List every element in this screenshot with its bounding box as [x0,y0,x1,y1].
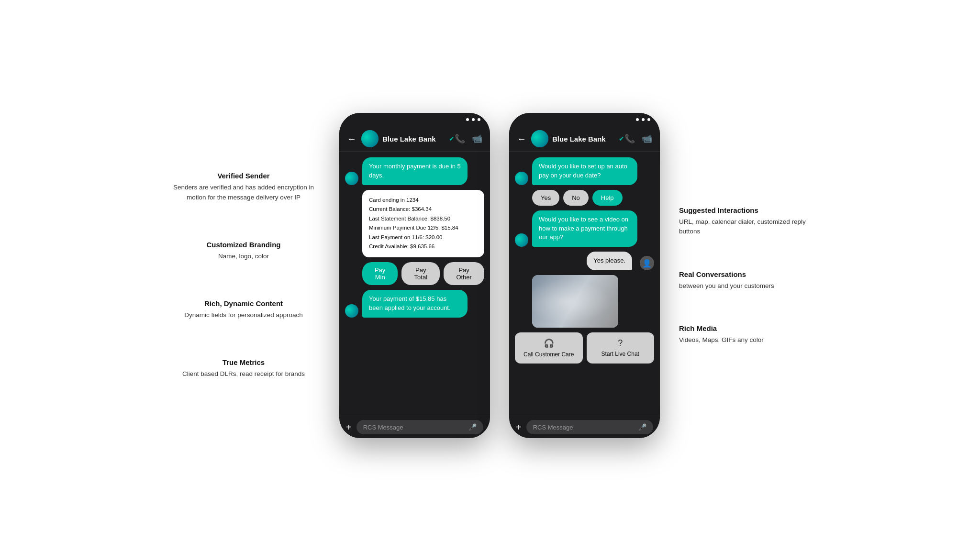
action-buttons-row: Pay Min Pay Total Pay Other [362,262,484,285]
bubble-user: Yes please. [587,252,632,270]
call-customer-care-button[interactable]: 🎧 Call Customer Care [515,332,583,364]
card-info-bubble: Card ending in 1234 Current Balance: $36… [362,190,484,257]
phone-right-status-bar [509,113,660,126]
card-line-2: Current Balance: $364.34 [369,205,478,214]
avatar-img-left [361,130,379,147]
question-icon: ? [618,338,623,348]
verified-badge-right: ✔ [619,135,624,143]
annotation-suggested-interactions-desc: URL, map, calendar dialer, customized re… [679,217,813,237]
right-annotations: Suggested Interactions URL, map, calenda… [679,206,813,345]
status-dot-2 [472,118,475,121]
status-dot-1 [466,118,469,121]
phone-icon-right[interactable]: 📞 [624,133,635,144]
sug-no-button[interactable]: No [563,190,589,206]
phone-right-header: ← Blue Lake Bank ✔ 📞 📹 [509,126,660,152]
phone-left-status-bar [339,113,490,126]
annotation-suggested-interactions-title: Suggested Interactions [679,206,813,214]
annotation-verified-sender-desc: Senders are verified and has added encry… [167,183,320,202]
msg-row-bot-1: Your monthly payment is due in 5 days. [345,157,484,185]
bubble-right-bot-1: Would you like to set up an auto pay on … [532,157,637,185]
annotation-true-metrics-desc: Client based DLRs, read receipt for bran… [167,369,320,379]
annotation-rich-dynamic-desc: Dynamic fields for personalized approach [167,310,320,320]
annotation-true-metrics-title: True Metrics [167,358,320,366]
avatar-img-right [531,130,548,147]
user-icon: 👤 [640,256,654,270]
bubble-bot-1: Your monthly payment is due in 5 days. [362,157,468,185]
phone-icon-left[interactable]: 📞 [455,133,465,144]
back-arrow-right[interactable]: ← [517,133,526,144]
header-avatar-left [361,130,379,147]
pay-min-button[interactable]: Pay Min [362,262,398,285]
annotation-rich-media-title: Rich Media [679,324,813,332]
card-line-1: Card ending in 1234 [369,196,478,205]
verified-badge-left: ✔ [449,135,455,143]
annotation-rich-dynamic: Rich, Dynamic Content Dynamic fields for… [167,299,320,320]
annotation-real-conversations-desc: between you and your customers [679,281,813,291]
annotation-customized-branding: Customized Branding Name, logo, color [167,241,320,261]
input-placeholder-right: RCS Message [533,424,573,431]
pay-other-button[interactable]: Pay Other [444,262,484,285]
card-line-5: Last Payment on 11/6: $20.00 [369,233,478,242]
bot-avatar-2 [345,304,358,318]
card-line-4: Minimum Payment Due 12/5: $15.84 [369,223,478,233]
video-icon-right[interactable]: 📹 [642,133,652,144]
play-button[interactable]: ▶ [567,293,584,310]
phones-container: ← Blue Lake Bank ✔ 📞 📹 Your monthly paym… [339,113,660,438]
headset-icon: 🎧 [544,338,554,349]
annotation-rich-dynamic-title: Rich, Dynamic Content [167,299,320,308]
input-plus-left[interactable]: + [346,422,352,433]
sug-yes-button[interactable]: Yes [532,190,559,206]
card-line-6: Credit Available: $9,635.66 [369,242,478,252]
annotation-suggested-interactions: Suggested Interactions URL, map, calenda… [679,206,813,237]
header-name-left: Blue Lake Bank [382,135,447,143]
card-line-3: Last Statement Balance: $838.50 [369,214,478,224]
annotation-rich-media-desc: Videos, Maps, GIFs any color [679,335,813,345]
msg-row-bot-2: Your payment of $15.85 has been applied … [345,290,484,318]
header-icons-right: 📞 📹 [624,133,652,144]
phone-right-input-bar: + RCS Message 🎤 [509,416,660,438]
input-field-left[interactable]: RCS Message 🎤 [356,420,483,434]
start-live-chat-label: Start Live Chat [601,351,639,357]
phone-left-header: ← Blue Lake Bank ✔ 📞 📹 [339,126,490,152]
msg-row-right-bot-1: Would you like to set up an auto pay on … [515,157,654,185]
header-avatar-right [531,130,548,147]
cta-buttons-row: 🎧 Call Customer Care ? Start Live Chat [515,332,654,364]
input-placeholder-left: RCS Message [363,424,403,431]
header-name-right: Blue Lake Bank [552,135,617,143]
phone-left: ← Blue Lake Bank ✔ 📞 📹 Your monthly paym… [339,113,490,438]
phone-right-body: Would you like to set up an auto pay on … [509,152,660,416]
user-reply-row: Yes please. 👤 [515,252,654,270]
msg-row-right-bot-2: Would you like to see a video on how to … [515,210,654,247]
status-dot-3 [478,118,480,121]
annotation-real-conversations: Real Conversations between you and your … [679,270,813,291]
status-dot-r1 [636,118,639,121]
sug-help-button[interactable]: Help [592,190,623,206]
phone-left-input-bar: + RCS Message 🎤 [339,416,490,438]
input-field-right[interactable]: RCS Message 🎤 [526,420,653,434]
input-plus-right[interactable]: + [516,422,522,433]
start-live-chat-button[interactable]: ? Start Live Chat [587,332,655,364]
left-annotations: Verified Sender Senders are verified and… [167,172,320,379]
annotation-true-metrics: True Metrics Client based DLRs, read rec… [167,358,320,379]
video-thumbnail[interactable]: ▶ [532,275,618,328]
bot-avatar-1 [345,172,358,185]
pay-total-button[interactable]: Pay Total [401,262,440,285]
bubble-right-bot-2: Would you like to see a video on how to … [532,210,637,247]
annotation-real-conversations-title: Real Conversations [679,270,813,278]
status-dot-r2 [642,118,645,121]
mic-icon-left[interactable]: 🎤 [468,423,477,431]
call-customer-care-label: Call Customer Care [523,351,574,358]
suggestion-buttons-row: Yes No Help [532,190,654,206]
annotation-verified-sender: Verified Sender Senders are verified and… [167,172,320,202]
header-icons-left: 📞 📹 [455,133,482,144]
mic-icon-right[interactable]: 🎤 [638,423,646,431]
phone-left-body: Your monthly payment is due in 5 days. C… [339,152,490,416]
bot-avatar-right-1 [515,172,528,185]
bubble-bot-2: Your payment of $15.85 has been applied … [362,290,468,318]
back-arrow-left[interactable]: ← [347,133,356,144]
video-icon-left[interactable]: 📹 [472,133,482,144]
annotation-customized-branding-desc: Name, logo, color [167,252,320,261]
bot-avatar-right-2 [515,233,528,247]
phone-right: ← Blue Lake Bank ✔ 📞 📹 Would you like to… [509,113,660,438]
page-wrapper: Verified Sender Senders are verified and… [0,0,980,551]
